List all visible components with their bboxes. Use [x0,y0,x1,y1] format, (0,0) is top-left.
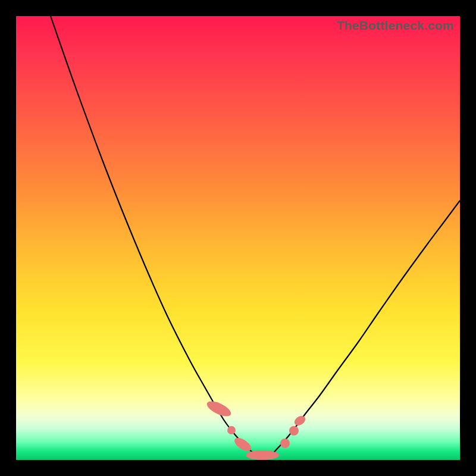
marker-1 [227,426,236,434]
marker-4 [280,439,290,448]
marker-3 [246,450,279,460]
curves-layer [16,16,460,460]
marker-5 [289,426,299,436]
chart-frame: TheBottleneck.com [0,0,476,476]
series-group [51,16,460,455]
marker-6 [293,414,307,428]
marker-0 [205,398,233,419]
plot-area: TheBottleneck.com [16,16,460,460]
markers-group [205,398,307,460]
series-left-curve [51,16,254,453]
